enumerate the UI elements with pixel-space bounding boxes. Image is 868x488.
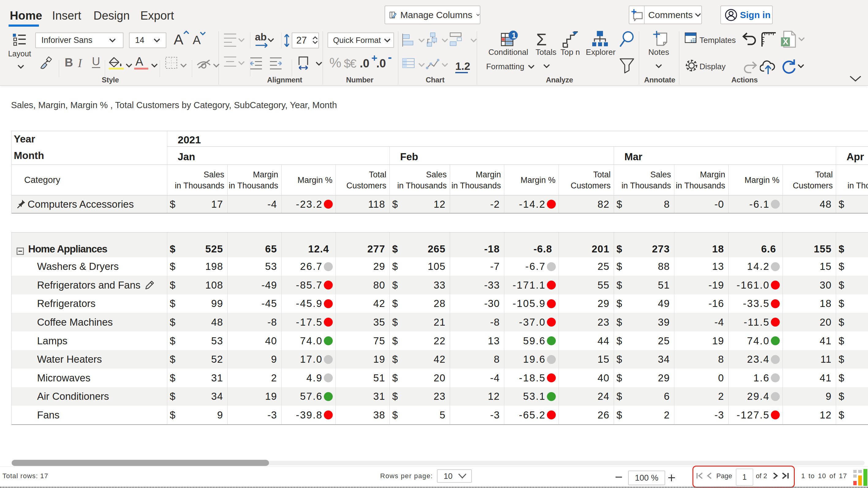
svg-text:X: X (783, 37, 788, 46)
svg-text:ab: ab (255, 32, 267, 42)
svg-text:1: 1 (512, 31, 516, 40)
